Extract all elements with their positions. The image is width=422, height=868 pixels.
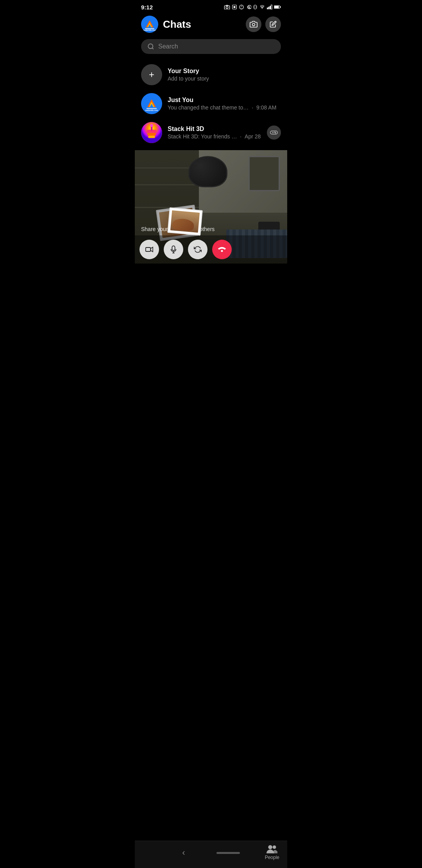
status-bar: 9:12: [135, 0, 287, 13]
svg-text:malavida.com: malavida.com: [143, 29, 156, 31]
battery-icon: [274, 5, 281, 9]
chat-avatar-just-you: malavida.com: [141, 93, 162, 114]
call-controls: [135, 235, 287, 264]
svg-point-26: [148, 44, 153, 48]
chat-avatar-stack-hit: [141, 122, 162, 143]
chat-meta-stack: [267, 126, 281, 140]
mic-button[interactable]: [164, 240, 183, 259]
flip-camera-button[interactable]: [188, 240, 207, 259]
svg-rect-15: [270, 6, 271, 9]
chat-preview: You changed the chat theme to… · 9:08 AM: [168, 104, 281, 111]
svg-point-1: [226, 7, 228, 9]
svg-rect-16: [271, 5, 272, 9]
svg-rect-46: [172, 246, 175, 251]
svg-rect-35: [147, 133, 156, 136]
story-title: Your Story: [168, 68, 209, 75]
svg-rect-49: [221, 250, 223, 252]
svg-point-25: [252, 23, 255, 26]
vibrate-icon: [253, 4, 257, 10]
svg-point-43: [275, 133, 276, 133]
svg-rect-44: [146, 247, 151, 251]
svg-rect-6: [254, 5, 256, 9]
screenshot-icon: [232, 4, 237, 10]
chat-name-stack: Stack Hit 3D: [168, 126, 261, 133]
svg-text:malavida.com: malavida.com: [145, 109, 158, 111]
svg-rect-39: [270, 131, 277, 134]
status-icons: [224, 4, 281, 10]
chat-name: Just You: [168, 97, 281, 104]
page-title: Chats: [163, 18, 241, 30]
svg-rect-18: [280, 6, 281, 8]
avatar[interactable]: malavida.com: [141, 16, 158, 33]
status-time: 9:12: [141, 4, 153, 11]
chat-content-stack-hit: Stack Hit 3D Stack Hit 3D: Your friends …: [168, 126, 261, 140]
messenger-icon: [239, 4, 244, 10]
flip-camera-icon: [194, 246, 202, 253]
search-placeholder: Search: [158, 43, 275, 50]
chat-item-stack-hit[interactable]: Stack Hit 3D Stack Hit 3D: Your friends …: [135, 118, 287, 147]
svg-rect-36: [148, 136, 155, 138]
svg-point-38: [150, 124, 153, 127]
plus-icon: +: [149, 70, 154, 79]
mic-icon: [170, 246, 177, 253]
chat-content-just-you: Just You You changed the chat theme to… …: [168, 97, 281, 111]
header-actions: [246, 16, 281, 32]
story-subtitle: Add to your story: [168, 75, 209, 82]
compose-icon: [270, 21, 277, 28]
end-call-button[interactable]: [212, 240, 232, 259]
search-icon: [147, 43, 154, 50]
story-text: Your Story Add to your story: [168, 68, 209, 82]
add-story-button[interactable]: +: [141, 64, 162, 85]
svg-line-27: [152, 48, 153, 49]
at-sign-icon: [246, 4, 251, 10]
svg-rect-14: [268, 7, 270, 9]
svg-rect-19: [274, 6, 279, 8]
story-item[interactable]: + Your Story Add to your story: [135, 60, 287, 89]
video-icon: [145, 246, 153, 253]
signal-icon: [267, 5, 272, 9]
search-bar[interactable]: Search: [141, 39, 281, 54]
chat-preview-stack: Stack Hit 3D: Your friends … · Apr 28: [168, 133, 261, 140]
video-toggle-button[interactable]: [139, 240, 159, 259]
header: malavida.com Chats: [135, 13, 287, 38]
chat-item-just-you[interactable]: malavida.com Just You You changed the ch…: [135, 89, 287, 118]
svg-marker-45: [150, 247, 153, 252]
wifi-icon: [259, 5, 265, 9]
svg-rect-2: [226, 5, 228, 6]
camera-status-icon: [224, 5, 230, 9]
svg-rect-4: [234, 6, 236, 8]
camera-icon: [250, 20, 257, 28]
svg-rect-13: [267, 7, 268, 9]
end-call-icon: [218, 247, 226, 252]
video-call-panel: Share your link to invite others: [135, 150, 287, 264]
camera-button[interactable]: [246, 16, 261, 32]
compose-button[interactable]: [265, 16, 281, 32]
game-icon: [267, 126, 281, 140]
